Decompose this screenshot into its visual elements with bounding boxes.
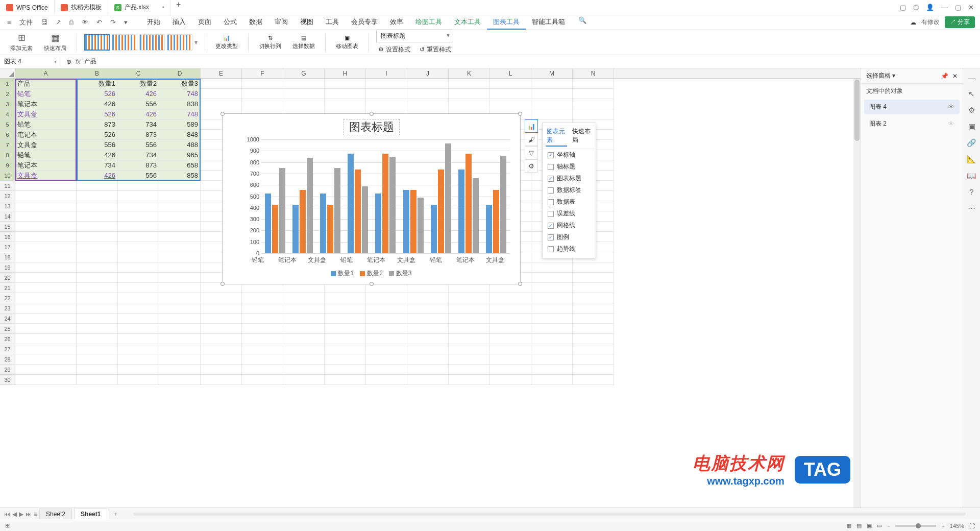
chart-element-option[interactable]: 误差线 xyxy=(543,208,596,220)
save-icon[interactable]: 🖫 xyxy=(39,17,50,27)
col-header-E[interactable]: E xyxy=(201,68,242,78)
expand-fx-icon[interactable]: ⊕ xyxy=(66,58,71,65)
chart-style-more[interactable]: ▾ xyxy=(194,39,198,46)
chart-settings-button[interactable]: ⚙ xyxy=(525,159,538,173)
pin-icon[interactable]: 📌 xyxy=(941,73,948,80)
layers-tool-icon[interactable]: ▣ xyxy=(968,122,975,131)
settings-tool-icon[interactable]: ⚙ xyxy=(968,106,975,115)
select-all-corner[interactable] xyxy=(0,68,15,78)
chart-element-option[interactable]: 图例 xyxy=(543,231,596,243)
popup-tab-layout[interactable]: 快速布局 xyxy=(571,126,593,147)
more-tool-icon[interactable]: ⋯ xyxy=(968,203,975,212)
zoom-value[interactable]: 145% xyxy=(950,523,964,529)
menu-data[interactable]: 数据 xyxy=(243,15,268,30)
chart-element-option[interactable]: 轴标题 xyxy=(543,161,596,173)
chart-style-2[interactable] xyxy=(112,34,137,51)
ribbon-switch-rc[interactable]: ⇅ 切换行列 xyxy=(256,35,284,50)
maximize-button[interactable]: ▢ xyxy=(955,4,961,11)
vertical-scrollbar[interactable] xyxy=(853,79,861,508)
chart-element-option[interactable]: 趋势线 xyxy=(543,243,596,255)
search-icon[interactable]: 🔍 xyxy=(576,15,589,30)
avatar-icon[interactable]: 👤 xyxy=(926,4,934,11)
visibility-hidden-icon[interactable]: 👁 xyxy=(948,120,954,128)
ribbon-change-type[interactable]: 📊 更改类型 xyxy=(212,35,241,50)
menu-smart[interactable]: 智能工具箱 xyxy=(526,15,571,30)
menu-draw[interactable]: 绘图工具 xyxy=(409,15,448,30)
dropdown-icon[interactable]: ▾ xyxy=(122,17,130,27)
chart-element-option[interactable]: 网格线 xyxy=(543,220,596,231)
menu-tools[interactable]: 工具 xyxy=(320,15,345,30)
sheet-nav-next[interactable]: ▶ xyxy=(19,511,23,518)
ribbon-move-chart[interactable]: ▣ 移动图表 xyxy=(333,35,361,50)
col-header-G[interactable]: G xyxy=(283,68,325,78)
menu-formula[interactable]: 公式 xyxy=(217,15,243,30)
view-normal-icon[interactable]: ▦ xyxy=(846,522,851,529)
print-icon[interactable]: ⎙ xyxy=(67,17,76,27)
link-tool-icon[interactable]: 🔗 xyxy=(967,138,976,148)
chart-element-option[interactable]: 数据标签 xyxy=(543,184,596,196)
col-header-I[interactable]: I xyxy=(366,68,407,78)
ribbon-add-element[interactable]: ⊞ 添加元素 xyxy=(7,32,36,52)
ribbon-set-format[interactable]: ⚙ 设置格式 xyxy=(376,44,412,55)
menu-efficiency[interactable]: 效率 xyxy=(384,15,409,30)
menu-insert[interactable]: 插入 xyxy=(166,15,192,30)
app-tab-home[interactable]: WPS Office xyxy=(0,0,55,15)
col-header-K[interactable]: K xyxy=(449,68,490,78)
book-tool-icon[interactable]: 📖 xyxy=(967,171,976,180)
cube-icon[interactable]: ⬡ xyxy=(913,4,919,11)
ribbon-select-data[interactable]: ▤ 选择数据 xyxy=(289,35,318,50)
cloud-sync-icon[interactable]: ☁ xyxy=(910,19,916,26)
close-button[interactable]: ✕ xyxy=(968,4,974,11)
menu-text[interactable]: 文本工具 xyxy=(448,15,487,30)
view-reader-icon[interactable]: ▭ xyxy=(877,522,882,529)
menu-icon[interactable]: ≡ xyxy=(5,17,13,27)
export-icon[interactable]: ↗ xyxy=(54,17,63,27)
col-header-J[interactable]: J xyxy=(407,68,449,78)
col-header-L[interactable]: L xyxy=(490,68,531,78)
sheet-list[interactable]: ≡ xyxy=(34,511,37,518)
chart-styles-button[interactable]: 🖌 xyxy=(525,133,538,146)
status-mode-icon[interactable]: ⊞ xyxy=(5,522,10,529)
chart-object[interactable]: 图表标题 01002003004005006007008009001000 铅笔… xyxy=(222,113,521,284)
chart-style-1[interactable] xyxy=(84,34,110,51)
chart-handle-s[interactable] xyxy=(370,282,374,286)
chart-title-dropdown[interactable]: 图表标题 xyxy=(376,30,453,42)
zoom-slider[interactable] xyxy=(895,525,936,527)
col-header-C[interactable]: C xyxy=(118,68,159,78)
col-header-N[interactable]: N xyxy=(573,68,614,78)
menu-member[interactable]: 会员专享 xyxy=(345,15,384,30)
sheet-nav-first[interactable]: ⏮ xyxy=(4,511,10,518)
menu-start[interactable]: 开始 xyxy=(141,15,166,30)
view-page-icon[interactable]: ▤ xyxy=(856,522,862,529)
fullscreen-icon[interactable]: ⛶ xyxy=(969,523,975,529)
horizontal-scrollbar[interactable] xyxy=(133,513,966,516)
view-break-icon[interactable]: ▣ xyxy=(867,522,872,529)
help-tool-icon[interactable]: ? xyxy=(969,187,973,196)
app-tab-template[interactable]: 找稻壳模板 xyxy=(55,0,108,15)
sheet-tab-sheet1[interactable]: Sheet1 xyxy=(74,509,107,519)
pane-item-chart2[interactable]: 图表 2 👁 xyxy=(864,116,960,131)
preview-icon[interactable]: 👁 xyxy=(80,17,90,27)
share-button[interactable]: ↗ 分享 xyxy=(945,16,975,28)
layout-icon[interactable]: ▢ xyxy=(900,4,906,11)
chart-filter-button[interactable]: ▽ xyxy=(525,146,538,159)
col-header-F[interactable]: F xyxy=(242,68,283,78)
fx-icon[interactable]: fx xyxy=(76,58,80,65)
ruler-tool-icon[interactable]: 📐 xyxy=(967,155,976,164)
chart-style-4[interactable] xyxy=(167,34,192,51)
chart-elements-button[interactable]: 📊 xyxy=(525,119,538,133)
chart-handle-se[interactable] xyxy=(518,282,522,286)
ribbon-reset-style[interactable]: ↺ 重置样式 xyxy=(418,44,453,55)
cursor-tool-icon[interactable]: ↖ xyxy=(968,89,975,99)
chart-element-option[interactable]: 数据表 xyxy=(543,196,596,208)
sheet-nav-prev[interactable]: ◀ xyxy=(12,511,17,518)
redo-icon[interactable]: ↷ xyxy=(108,17,118,27)
name-box[interactable]: 图表 4 xyxy=(0,57,61,66)
col-header-H[interactable]: H xyxy=(325,68,366,78)
zoom-in[interactable]: + xyxy=(941,523,944,529)
ribbon-quick-layout[interactable]: ▦ 快速布局 xyxy=(41,32,69,52)
add-tab-button[interactable]: + xyxy=(171,0,186,15)
close-pane-icon[interactable]: ✕ xyxy=(952,73,958,80)
chart-element-option[interactable]: 坐标轴 xyxy=(543,149,596,161)
chart-element-option[interactable]: 图表标题 xyxy=(543,173,596,184)
